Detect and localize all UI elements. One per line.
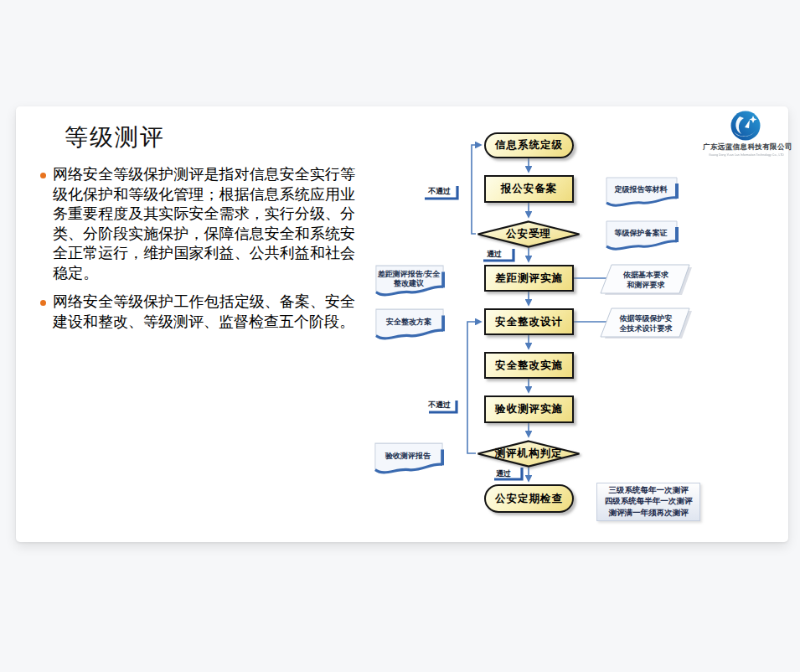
flow-node-label: 验收测评实施 (495, 402, 563, 416)
doc-gap-report: 差距测评报告/安全整改建议 (374, 264, 445, 299)
flow-node-label: 差距测评实施 (495, 271, 563, 286)
doc-label: 验收测评报告 (376, 444, 440, 468)
flow-node-grading: 信息系统定级 (484, 132, 574, 158)
doc-label: 安全整改方案 (377, 310, 441, 334)
flow-node-label: 公安受理 (476, 220, 581, 248)
note-line: 三级系统每年一次测评 (609, 485, 689, 497)
flow-node-label: 报公安备案 (501, 182, 558, 196)
doc-grading-report: 定级报告等材料 (605, 176, 679, 209)
flow-node-label: 安全整改设计 (495, 315, 563, 329)
flow-node-check-eval: 验收测评实施 (484, 395, 574, 423)
flow-node-periodic-check: 公安定期检查 (484, 484, 574, 513)
doc-check-report: 验收测评报告 (374, 442, 444, 477)
flow-node-label: 安全整改实施 (495, 359, 563, 373)
ref-label: 依据等级保护安 全技术设计要求 (600, 308, 692, 339)
flow-node-filing: 报公安备案 (484, 175, 574, 203)
flow-node-gap-eval: 差距测评实施 (484, 265, 574, 292)
flow-decision-acceptance: 公安受理 (476, 220, 581, 248)
slide-card: 等级测评 网络安全等级保护测评是指对信息安全实行等级化保护和等级化管理；根据信息… (16, 106, 788, 542)
flow-node-rectify-impl: 安全整改实施 (484, 352, 574, 379)
flow-node-rectify-design: 安全整改设计 (484, 308, 574, 335)
note-line: 测评满一年须再次测评 (609, 508, 689, 520)
label-pass-bottom: 通过 (496, 468, 511, 479)
doc-rectify-plan: 安全整改方案 (374, 308, 445, 343)
ref-tech-requirements: 依据等级保护安 全技术设计要求 (600, 308, 692, 339)
doc-label: 差距测评报告/安全整改建议 (377, 266, 441, 291)
doc-label: 等级保护备案证 (607, 222, 674, 245)
doc-record-cert: 等级保护备案证 (605, 220, 679, 253)
flow-decision-agency-judge: 测评机构判定 (476, 440, 581, 468)
flow-node-label: 公安定期检查 (495, 492, 563, 506)
label-fail-top: 不通过 (428, 186, 451, 197)
doc-label: 定级报告等材料 (607, 178, 674, 201)
flow-node-label: 信息系统定级 (495, 138, 563, 152)
ref-label: 依据基本要求 和测评要求 (600, 264, 692, 295)
note-eval-frequency: 三级系统每年一次测评 四级系统每半年一次测评 测评满一年须再次测评 (596, 483, 700, 521)
ref-basic-requirements: 依据基本要求 和测评要求 (600, 264, 692, 295)
flow-node-label: 测评机构判定 (476, 440, 581, 468)
label-pass-top: 通过 (487, 249, 502, 260)
label-fail-bottom: 不通过 (428, 400, 451, 411)
note-line: 四级系统每半年一次测评 (605, 496, 693, 508)
